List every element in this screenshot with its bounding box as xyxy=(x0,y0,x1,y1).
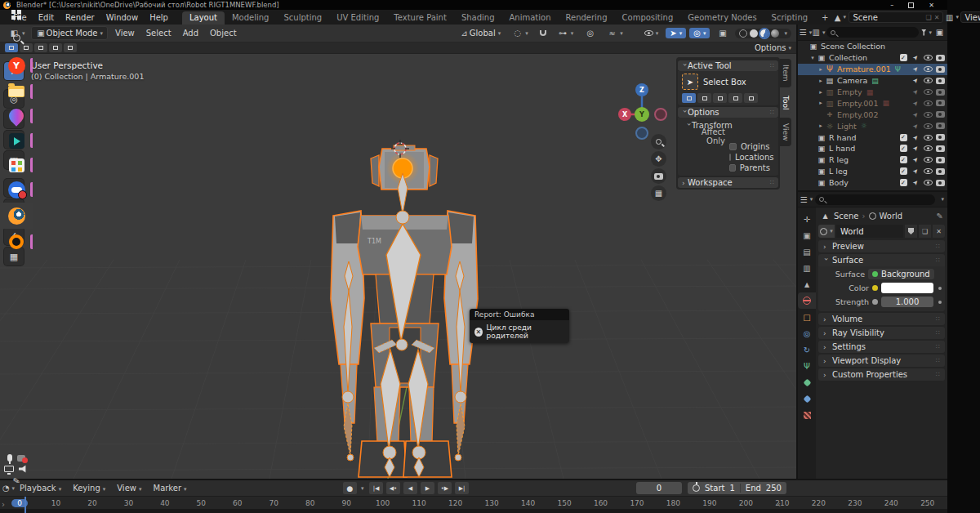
show-gizmo-toggle[interactable]: ➤▾ xyxy=(666,28,686,38)
expand-arrow-icon[interactable] xyxy=(817,66,825,73)
hide-viewport-toggle-icon[interactable] xyxy=(924,55,933,60)
current-frame-field[interactable]: 0 xyxy=(636,482,682,494)
expand-arrow-icon[interactable] xyxy=(808,55,817,61)
outliner-row[interactable]: Body ✓ ➤ xyxy=(798,177,947,189)
disable-render-toggle-icon[interactable] xyxy=(936,78,945,84)
workspace-tab[interactable]: Animation xyxy=(502,11,559,25)
breadcrumb-scene[interactable]: Scene xyxy=(834,212,859,221)
orthographic-toggle-button[interactable]: ▦ xyxy=(651,185,666,201)
new-scene-icon[interactable]: ❏ xyxy=(926,14,932,21)
viewport-menu-item[interactable]: Add xyxy=(177,29,204,38)
mode-selector[interactable]: ▣ Object Mode ▾ xyxy=(31,26,109,40)
outliner-row[interactable]: Empty ✓ ➤ xyxy=(798,87,947,98)
shading-dropdown[interactable]: ▾ xyxy=(784,30,787,37)
hide-viewport-toggle-icon[interactable] xyxy=(924,89,933,95)
hide-viewport-toggle-icon[interactable] xyxy=(924,135,933,141)
blender-taskbar-icon[interactable] xyxy=(0,203,33,229)
world-tab[interactable] xyxy=(798,292,816,309)
properties-search-input[interactable] xyxy=(815,194,935,205)
exclude-checkbox-icon[interactable]: ✓ xyxy=(900,145,907,152)
mode-subtract-option[interactable] xyxy=(713,93,727,103)
viewport-menu-item[interactable]: Select xyxy=(140,29,177,38)
world-browse-icon[interactable]: ▾ xyxy=(818,225,835,238)
exclude-checkbox-icon[interactable]: ✓ xyxy=(900,167,907,175)
end-value-field[interactable]: 250 xyxy=(766,484,782,493)
viewport-menu-item[interactable]: Object xyxy=(204,29,243,38)
paint-app-icon[interactable] xyxy=(0,105,33,127)
frame-ruler[interactable]: 0102030405060708090100110120130140150160… xyxy=(0,497,947,509)
selectable-toggle-icon[interactable]: ➤ xyxy=(911,144,920,153)
selectable-toggle-icon[interactable]: ➤ xyxy=(911,133,920,142)
jump-to-end-button[interactable]: ▶| xyxy=(455,482,469,494)
hide-viewport-toggle-icon[interactable] xyxy=(924,112,933,118)
next-keyframe-button[interactable]: •▶ xyxy=(438,482,452,494)
windows-start-button[interactable] xyxy=(0,3,33,26)
checkbox-icon[interactable] xyxy=(729,143,737,150)
disable-render-toggle-icon[interactable] xyxy=(936,134,945,141)
hide-viewport-toggle-icon[interactable] xyxy=(924,123,933,129)
menu-item[interactable]: Edit xyxy=(33,13,60,22)
timeline-editor-type-icon[interactable]: ◔▾ xyxy=(3,483,14,493)
options-dropdown[interactable]: Options xyxy=(755,43,786,52)
play-button[interactable]: ▶ xyxy=(421,482,434,494)
play-reverse-button[interactable]: ◀ xyxy=(403,482,417,494)
new-datablock-icon[interactable]: ❏ xyxy=(919,225,931,238)
tool-tab[interactable] xyxy=(798,211,816,227)
affect-only-checkbox-row[interactable]: Parents xyxy=(682,163,774,173)
proportional-editing-toggle[interactable]: ◎ xyxy=(581,27,599,39)
pin-icon[interactable]: ✎ xyxy=(937,212,943,221)
selectable-toggle-icon[interactable]: ➤ xyxy=(911,122,920,131)
game-app-icon[interactable] xyxy=(0,178,33,201)
display-mode-icon[interactable]: ▥▾ xyxy=(813,27,824,38)
preview-panel-header[interactable]: ›Preview∷ xyxy=(818,240,945,252)
yandex-browser-icon[interactable]: Y xyxy=(0,54,33,77)
workspace-tab[interactable]: Modeling xyxy=(225,11,277,25)
viewport-menu-item[interactable]: View xyxy=(109,29,140,38)
mode-set-option[interactable] xyxy=(682,93,696,103)
timeline-menu-item[interactable]: Playback▾ xyxy=(14,484,67,493)
media-app-icon[interactable] xyxy=(0,129,33,152)
menu-item[interactable]: Help xyxy=(144,13,174,22)
mode-intersect-option[interactable] xyxy=(744,93,758,103)
hide-viewport-toggle-icon[interactable] xyxy=(924,157,933,163)
selectable-toggle-icon[interactable]: ➤ xyxy=(911,167,920,176)
menu-item[interactable]: Window xyxy=(100,13,144,22)
exclude-checkbox-icon[interactable]: ✓ xyxy=(900,134,907,141)
outliner-row[interactable]: Empty.002 ✓ ➤ xyxy=(798,109,947,120)
shading-solid-button[interactable] xyxy=(750,29,758,38)
outliner-editor-type-icon[interactable]: ☰▾ xyxy=(800,27,811,38)
mode-extend-option[interactable] xyxy=(697,93,711,103)
navigation-gizmo[interactable]: Z X Y xyxy=(617,80,669,141)
exclude-checkbox-icon[interactable]: ✓ xyxy=(900,54,907,61)
surface-panel-header[interactable]: ›Surface∷ xyxy=(818,254,945,266)
disable-render-toggle-icon[interactable] xyxy=(936,111,945,118)
strength-slider[interactable]: 1.000 xyxy=(881,297,933,307)
add-workspace-button[interactable]: + xyxy=(815,13,835,22)
disable-render-toggle-icon[interactable] xyxy=(936,66,945,73)
playhead[interactable] xyxy=(24,497,26,513)
workspace-tab[interactable]: UV Editing xyxy=(329,11,386,25)
hide-viewport-toggle-icon[interactable] xyxy=(924,168,933,174)
fake-user-shield-icon[interactable] xyxy=(905,225,917,238)
close-button[interactable]: ✕ xyxy=(929,2,934,9)
outliner-row[interactable]: Collection ✓ ➤ xyxy=(798,52,947,64)
workspace-tab[interactable]: Rendering xyxy=(558,11,614,25)
disable-render-toggle-icon[interactable] xyxy=(936,89,945,96)
render-tab[interactable] xyxy=(798,227,816,243)
collapsed-panel-header[interactable]: ›Custom Properties∷ xyxy=(818,368,945,381)
zoom-view-button[interactable] xyxy=(651,134,666,149)
outliner-row[interactable]: Armature.001 ✓ ➤ xyxy=(798,64,947,75)
view-layer-selector-icon[interactable]: ▥▾ xyxy=(947,12,957,23)
disable-render-toggle-icon[interactable] xyxy=(936,55,945,61)
microsoft-store-icon[interactable] xyxy=(0,154,33,176)
file-explorer-icon[interactable] xyxy=(0,80,33,103)
sidebar-tab[interactable]: Tool xyxy=(780,90,791,115)
workspace-tab[interactable]: Texture Paint xyxy=(386,11,454,25)
mode-invert-option[interactable] xyxy=(728,93,742,103)
outliner-row[interactable]: L leg ✓ ➤ xyxy=(798,166,947,177)
jump-to-start-button[interactable]: |◀ xyxy=(369,482,383,494)
workspace-tab[interactable]: Shading xyxy=(454,11,502,25)
outliner-row[interactable]: R leg ✓ ➤ xyxy=(798,154,947,166)
workspace-panel-header[interactable]: ›Workspace∷ xyxy=(678,177,778,188)
windows-search-button[interactable] xyxy=(0,26,33,49)
